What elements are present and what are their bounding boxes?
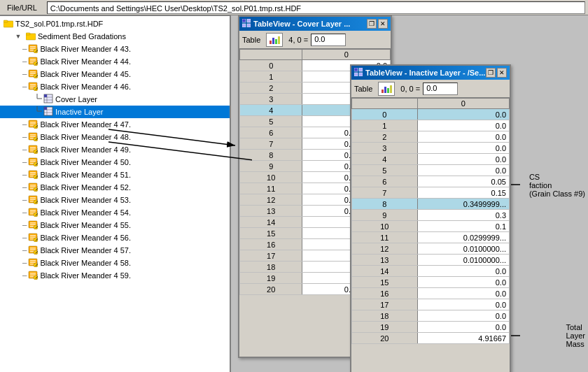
tree-item[interactable]: ─ ↗ Black River Meander 4 47. [0, 118, 230, 131]
col-0-header-il: 0 [417, 99, 509, 109]
row-val: 4.91667 [417, 333, 509, 344]
table-row[interactable]: 190.0 [352, 322, 510, 333]
inactive-layer-titlebar[interactable]: TableView - Inactive Layer - /Se... ❐ ✕ [351, 66, 510, 80]
tree-item[interactable]: ─ ↗ Black River Meander 4 43. [0, 43, 230, 55]
row-idx: 20 [352, 333, 418, 344]
tree-sediment-gradations[interactable]: ▼ Sediment Bed Gradations [0, 30, 230, 43]
main-layout: TS2_sol.P01.tmp.rst.HDF ▼ Sediment Bed G… [0, 15, 588, 372]
table-row[interactable]: 10.0 [352, 120, 510, 131]
dash-icon: ─ [22, 222, 27, 229]
svg-rect-130 [354, 73, 358, 76]
tree-item-label: Inactive Layer [55, 108, 103, 116]
table-row[interactable]: 180.0 [352, 310, 510, 322]
table-row[interactable]: 80.3499999... [352, 199, 510, 210]
svg-rect-127 [278, 36, 280, 44]
svg-text:↗: ↗ [34, 121, 38, 129]
cover-layer-titlebar[interactable]: TableView - Cover Layer ... ❐ ✕ [239, 17, 391, 31]
dash-icon: ─ [22, 45, 27, 52]
tree-item[interactable]: ─ ↗ Black River Meander 4 53. [0, 194, 230, 206]
dash-icon: ─ [22, 121, 27, 128]
tree-connector [32, 106, 42, 117]
table-row[interactable]: 130.0100000... [352, 255, 510, 266]
row-idx: 13 [240, 206, 302, 217]
table-row[interactable]: 40.0 [352, 154, 510, 165]
table-row[interactable]: 140.0 [352, 266, 510, 277]
tree-items: ─ ↗ Black River Meander 4 43. ─ [0, 43, 230, 282]
link-icon: ↗ [28, 169, 38, 180]
tree-item[interactable]: ─ ↗ Black River Meander 4 48. [0, 131, 230, 143]
restore-button-il[interactable]: ❐ [486, 68, 496, 78]
tree-item[interactable]: ─ ↗ Black River Meander 4 46. [0, 80, 230, 93]
row-header-col-il [352, 99, 418, 109]
row-val: 0.0 [417, 266, 509, 277]
cell-ref: 4, 0 = [288, 36, 308, 44]
table-row[interactable]: 50.0 [352, 165, 510, 176]
row-idx: 5 [240, 116, 302, 127]
link-icon: ↗ [28, 270, 38, 281]
close-button-il[interactable]: ✕ [497, 68, 507, 78]
tree-item[interactable]: Inactive Layer [0, 106, 230, 118]
table-row[interactable]: 60.05 [352, 176, 510, 187]
tree-item[interactable]: Cover Layer [0, 93, 230, 106]
table-row[interactable]: 100.1 [352, 221, 510, 232]
tree-item[interactable]: ─ ↗ Black River Meander 4 49. [0, 143, 230, 156]
row-idx: 4 [240, 105, 302, 116]
row-idx: 17 [352, 299, 418, 310]
dash-icon: ─ [22, 159, 27, 166]
link-icon: ↗ [28, 232, 38, 243]
table-row[interactable]: 20.0 [352, 131, 510, 143]
tree-item[interactable]: ─ ↗ Black River Meander 4 57. [0, 244, 230, 257]
table-row[interactable]: 160.0 [352, 288, 510, 299]
cell-val-il[interactable]: 0.0 [423, 83, 458, 95]
row-val: 0.0299999... [417, 232, 509, 243]
svg-text:↗: ↗ [34, 159, 38, 166]
tree-panel: TS2_sol.P01.tmp.rst.HDF ▼ Sediment Bed G… [0, 15, 231, 372]
dash-icon: ─ [22, 83, 27, 90]
row-idx: 18 [352, 310, 418, 322]
close-button[interactable]: ✕ [378, 19, 388, 29]
tree-item[interactable]: ─ ↗ Black River Meander 4 50. [0, 156, 230, 169]
chart-button[interactable] [266, 33, 283, 47]
row-idx: 9 [240, 161, 302, 172]
table-row[interactable]: 150.0 [352, 277, 510, 288]
table-row[interactable]: 00.0 [352, 109, 510, 120]
link-icon: ↗ [28, 157, 38, 168]
tree-item[interactable]: ─ ↗ Black River Meander 4 54. [0, 206, 230, 219]
tree-item[interactable]: ─ ↗ Black River Meander 4 44. [0, 55, 230, 68]
row-val: 0.1 [417, 221, 509, 232]
tree-item[interactable]: ─ ↗ Black River Meander 4 58. [0, 257, 230, 269]
menu-file[interactable]: File/URL [3, 3, 41, 13]
table-row[interactable]: 110.0299999... [352, 232, 510, 243]
tree-item[interactable]: ─ ↗ Black River Meander 4 55. [0, 219, 230, 231]
tree-item[interactable]: ─ ↗ Black River Meander 4 56. [0, 231, 230, 244]
table-row[interactable]: 90.3 [352, 210, 510, 221]
row-idx: 19 [240, 273, 302, 284]
restore-button[interactable]: ❐ [367, 19, 377, 29]
link-icon: ↗ [28, 56, 38, 67]
table-row[interactable]: 120.0100000... [352, 243, 510, 255]
tree-item[interactable]: ─ ↗ Black River Meander 4 59. [0, 269, 230, 282]
inactive-layer-title: TableView - Inactive Layer - /Se... [354, 68, 485, 78]
tree-item[interactable]: ─ ↗ Black River Meander 4 52. [0, 181, 230, 194]
tree-item[interactable]: ─ ↗ Black River Meander 4 51. [0, 169, 230, 181]
row-val: 0.15 [417, 187, 509, 199]
svg-rect-126 [275, 39, 277, 44]
link-icon: ↗ [28, 119, 38, 130]
menu-bar: File/URL [3, 3, 41, 13]
svg-rect-124 [270, 41, 272, 44]
row-val: 0.0 [417, 120, 509, 131]
dash-icon: ─ [22, 272, 27, 279]
inactive-layer-toolbar: Table 0, 0 = 0.0 [351, 80, 510, 98]
svg-rect-122 [242, 24, 246, 27]
cell-val[interactable]: 0.0 [311, 34, 346, 46]
tree-item[interactable]: ─ ↗ Black River Meander 4 45. [0, 68, 230, 80]
table-row[interactable]: 170.0 [352, 299, 510, 310]
table-row[interactable]: 30.0 [352, 143, 510, 154]
svg-rect-125 [272, 38, 274, 44]
svg-rect-34 [44, 94, 47, 97]
table-row[interactable]: 204.91667 [352, 333, 510, 344]
table-row[interactable]: 70.15 [352, 187, 510, 199]
svg-rect-131 [359, 73, 363, 76]
chart-button-il[interactable] [378, 82, 395, 96]
tree-root-file[interactable]: TS2_sol.P01.tmp.rst.HDF [0, 17, 230, 30]
